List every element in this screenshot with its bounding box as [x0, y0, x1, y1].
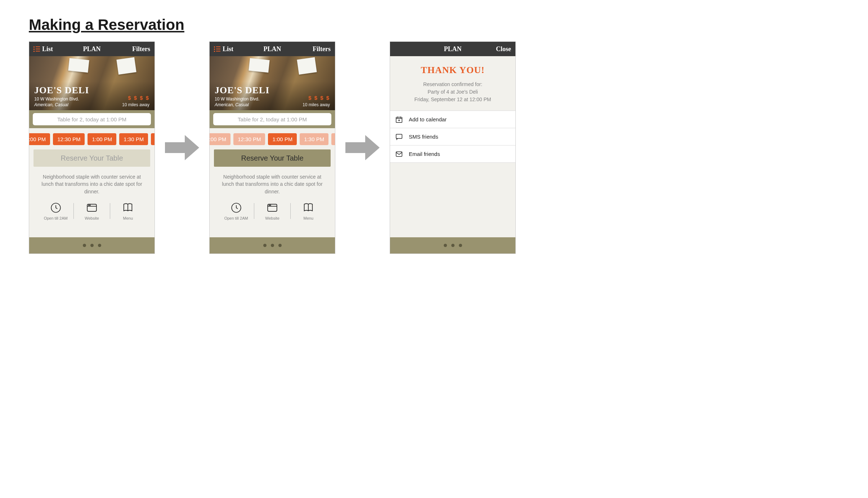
sms-icon	[395, 133, 403, 141]
list-label: List	[42, 45, 53, 53]
page-dot	[459, 244, 462, 247]
menu-label: Menu	[304, 216, 314, 220]
menu-label: Menu	[123, 216, 133, 220]
page-dot	[90, 244, 94, 247]
add-to-calendar-button[interactable]: Add to calendar	[390, 111, 515, 128]
list-icon	[33, 46, 40, 51]
distance-label: 10 miles away	[303, 102, 330, 107]
confirmation-line1: Reservation confirmed for:	[396, 81, 510, 88]
filters-button[interactable]: Filters	[132, 45, 150, 53]
action-label: SMS friends	[409, 134, 438, 140]
info-row: Open till 2AM Website Menu	[210, 200, 335, 227]
list-button[interactable]: List	[214, 45, 233, 53]
price-level: $ $ $ $	[128, 95, 149, 101]
party-summary-bar: Table for 2, today at 1:00 PM	[29, 110, 155, 128]
flow-arrow-icon	[345, 135, 380, 160]
price-level: $ $ $ $	[308, 95, 330, 101]
menu-button[interactable]: Menu	[291, 202, 326, 220]
hours-button[interactable]: Open till 2AM	[38, 202, 73, 220]
timeslot-row[interactable]: 12:00 PM 12:30 PM 1:00 PM 1:30 PM 2:00 P…	[210, 128, 335, 149]
timeslot[interactable]: 12:00 PM	[210, 133, 231, 145]
distance-label: 10 miles away	[122, 102, 149, 107]
flow-arrow-icon	[165, 135, 199, 160]
page-dot	[83, 244, 86, 247]
thank-you-heading: THANK YOU!	[396, 65, 510, 76]
timeslot[interactable]: 1:00 PM	[88, 133, 116, 145]
party-summary-button[interactable]: Table for 2, today at 1:00 PM	[33, 113, 151, 125]
browser-icon	[266, 202, 278, 214]
page-title: Making a Reservation	[29, 16, 184, 33]
menu-book-icon	[302, 202, 314, 214]
svg-point-2	[89, 205, 89, 206]
sms-friends-button[interactable]: SMS friends	[390, 128, 515, 145]
timeslot[interactable]: 12:30 PM	[233, 133, 265, 145]
email-friends-button[interactable]: Email friends	[390, 145, 515, 163]
hours-label: Open till 2AM	[44, 216, 68, 220]
timeslot-row[interactable]: 12:00 PM 12:30 PM 1:00 PM 1:30 PM 2:00 P…	[29, 128, 155, 149]
timeslot[interactable]: 12:30 PM	[53, 133, 85, 145]
timeslot[interactable]: 2:00 PM	[331, 133, 335, 145]
action-label: Email friends	[409, 151, 440, 157]
page-dot	[451, 244, 455, 247]
party-summary-bar: Table for 2, today at 1:00 PM	[210, 110, 335, 128]
app-title: PLAN	[83, 45, 101, 53]
timeslot[interactable]: 12:00 PM	[29, 133, 50, 145]
price-tag-decor	[68, 58, 89, 73]
menu-button[interactable]: Menu	[110, 202, 146, 220]
timeslot[interactable]: 2:00 PM	[151, 133, 155, 145]
action-label: Add to calendar	[409, 116, 447, 122]
list-label: List	[223, 45, 233, 53]
confirmation-line3: Friday, September 12 at 12:00 PM	[396, 96, 510, 103]
page-dot	[444, 244, 447, 247]
restaurant-name: JOE'S DELI	[215, 85, 330, 96]
clock-icon	[50, 202, 62, 214]
restaurant-name: JOE'S DELI	[34, 85, 149, 96]
close-button[interactable]: Close	[496, 45, 511, 53]
timeslot[interactable]: 1:30 PM	[300, 133, 328, 145]
svg-point-6	[269, 205, 270, 206]
screen-restaurant-detail-selected: List PLAN Filters JOE'S DELI 10 W Washin…	[209, 41, 335, 254]
reserve-button[interactable]: Reserve Your Table	[214, 149, 331, 167]
topbar: PLAN Close	[390, 42, 515, 56]
menu-book-icon	[122, 202, 134, 214]
hero-image: JOE'S DELI 10 W Washington Blvd. America…	[210, 56, 335, 110]
svg-rect-10	[396, 152, 402, 156]
screen-restaurant-detail-initial: List PLAN Filters JOE'S DELI 10 W Washin…	[29, 41, 155, 254]
website-button[interactable]: Website	[254, 202, 290, 220]
filters-button[interactable]: Filters	[313, 45, 331, 53]
topbar: List PLAN Filters	[210, 42, 335, 56]
restaurant-description: Neighborhood staple with counter service…	[29, 172, 155, 200]
page-indicator[interactable]	[29, 237, 155, 254]
website-label: Website	[85, 216, 99, 220]
timeslot-selected[interactable]: 1:00 PM	[268, 133, 297, 145]
page-dot	[98, 244, 101, 247]
confirmation-line2: Party of 4 at Joe's Deli	[396, 88, 510, 96]
hero-image: JOE'S DELI 10 W Washington Blvd. America…	[29, 56, 155, 110]
page-dot	[271, 244, 274, 247]
svg-point-7	[270, 205, 271, 206]
website-button[interactable]: Website	[74, 202, 109, 220]
page-dot	[263, 244, 267, 247]
calendar-add-icon	[395, 116, 403, 124]
hours-label: Open till 2AM	[224, 216, 248, 220]
app-title: PLAN	[444, 45, 462, 53]
timeslot[interactable]: 1:30 PM	[119, 133, 148, 145]
price-tag-decor	[297, 57, 317, 75]
hours-button[interactable]: Open till 2AM	[218, 202, 254, 220]
svg-point-3	[90, 205, 90, 206]
page-indicator[interactable]	[210, 237, 335, 254]
list-button[interactable]: List	[33, 45, 53, 53]
page-indicator[interactable]	[390, 237, 515, 254]
topbar: List PLAN Filters	[29, 42, 155, 56]
page-dot	[278, 244, 282, 247]
action-list: Add to calendar SMS friends Email friend…	[390, 111, 515, 163]
price-tag-decor	[249, 58, 269, 73]
restaurant-description: Neighborhood staple with counter service…	[210, 172, 335, 200]
party-summary-button[interactable]: Table for 2, today at 1:00 PM	[213, 113, 331, 125]
browser-icon	[86, 202, 98, 214]
info-row: Open till 2AM Website Menu	[29, 200, 155, 227]
clock-icon	[230, 202, 242, 214]
price-tag-decor	[116, 57, 136, 75]
confirmation-block: THANK YOU! Reservation confirmed for: Pa…	[390, 56, 515, 111]
screen-confirmation: PLAN Close THANK YOU! Reservation confir…	[390, 41, 516, 254]
